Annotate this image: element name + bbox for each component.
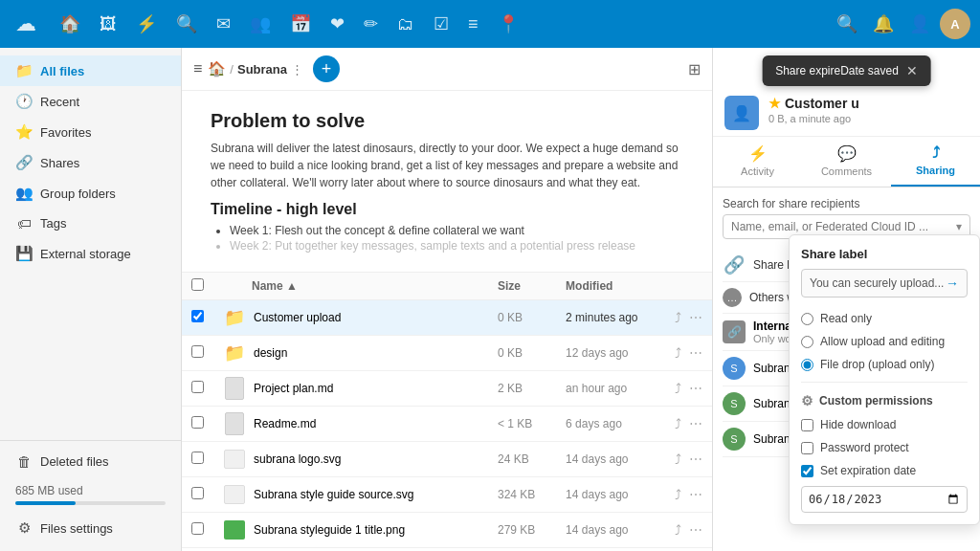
nav-home-icon[interactable]: 🏠 [54,8,86,40]
user-avatar[interactable]: A [940,9,970,39]
row-checkbox[interactable] [191,416,204,429]
row-checkbox[interactable] [191,381,204,393]
file-type-icon [223,518,246,541]
nav-mail-icon[interactable]: ✉ [211,8,236,40]
panel-star-icon[interactable]: ★ [768,96,781,111]
file-more-icon[interactable]: ⋯ [689,487,702,502]
recent-icon: 🕐 [15,93,33,110]
file-name: Subrana style guide source.svg [254,488,413,501]
user-avatar-subrana1: S [723,357,746,380]
nav-heart-icon[interactable]: ❤ [324,8,350,40]
share-link-icon: 🔗 [723,254,746,276]
share-file-icon[interactable]: ⤴ [675,522,681,538]
share-file-icon[interactable]: ⤴ [675,487,681,502]
row-checkbox[interactable] [191,310,204,322]
close-toast-button[interactable]: ✕ [906,63,918,78]
checkbox-password-protect[interactable]: Password protect [801,436,968,459]
breadcrumb-home-icon[interactable]: 🏠 [208,60,226,77]
file-row-actions: ⤴ ⋯ [675,345,702,361]
doc-list-item-faded: Week 2: Put together key messages, sampl… [230,239,683,253]
row-checkbox[interactable] [191,345,204,358]
row-name-cell: Project plan.md [213,371,488,407]
checkbox-hide-download[interactable]: Hide download [801,413,968,436]
nav-check-icon[interactable]: ☑ [428,8,455,40]
file-more-icon[interactable]: ⋯ [689,381,702,396]
read-only-radio[interactable] [801,313,813,325]
nav-activity-icon[interactable]: ⚡ [130,8,163,40]
nav-search-icon[interactable]: 🔍 [170,8,203,40]
table-row[interactable]: 📁 Customer upload 0 KB 2 minutes ago ⤴ ⋯ [182,300,712,336]
row-checkbox[interactable] [191,452,204,464]
sidebar-item-all-files[interactable]: 📁 All files [0,55,181,86]
nav-right-icons: 🔍 🔔 👤 A [831,8,970,40]
row-checkbox[interactable] [191,487,204,499]
table-row[interactable]: Readme.md < 1 KB 6 days ago ⤴ ⋯ [182,407,712,442]
radio-read-only[interactable]: Read only [801,307,968,330]
file-more-icon[interactable]: ⋯ [689,522,702,538]
sidebar-item-deleted[interactable]: 🗑 Deleted files [0,447,181,476]
view-toggle-icon[interactable]: ⊞ [688,60,701,78]
search-dropdown-arrow[interactable]: ▾ [956,220,962,233]
search-recipients-input[interactable] [731,220,956,233]
nav-contacts-icon[interactable]: 👥 [244,8,277,40]
row-date-cell: 14 days ago ⤴ Shared [556,548,712,552]
select-all-checkbox[interactable] [191,278,204,291]
sidebar-item-group-folders[interactable]: 👥 Group folders [0,178,181,209]
table-row[interactable]: Project plan.md 2 KB an hour ago ⤴ ⋯ [182,371,712,407]
sidebar-label-settings: Files settings [40,521,113,536]
file-more-icon[interactable]: ⋯ [689,452,702,467]
checkbox-set-expiration[interactable]: Set expiration date [801,459,968,482]
radio-file-drop[interactable]: File drop (upload only) [801,353,968,376]
expiration-date-input[interactable] [801,486,968,513]
custom-perms-icon: ⚙ [801,393,813,408]
table-row[interactable]: 📁 design 0 KB 12 days ago ⤴ ⋯ [182,336,712,371]
share-file-icon[interactable]: ⤴ [675,452,681,467]
nav-location-icon[interactable]: 📍 [492,8,524,40]
file-more-icon[interactable]: ⋯ [689,416,702,431]
table-row[interactable]: Subrana styleguide 2 logos.png 172 KB 14… [182,548,712,552]
label-display: You can securely upload... → [801,269,968,298]
read-only-label: Read only [820,312,872,325]
row-size-cell: < 1 KB [488,407,556,442]
header-menu-icon[interactable]: ≡ [193,60,202,77]
file-more-icon[interactable]: ⋯ [689,310,702,325]
sidebar-item-shares[interactable]: 🔗 Shares [0,147,181,178]
share-file-icon[interactable]: ⤴ [675,416,681,431]
sidebar-item-favorites[interactable]: ⭐ Favorites [0,117,181,147]
nav-tasks-icon[interactable]: 🗂 [391,9,420,40]
tab-sharing[interactable]: ⤴ Sharing [891,137,980,187]
nav-calendar-icon[interactable]: 📅 [284,8,317,40]
nav-files-icon[interactable]: 🖼 [94,9,122,40]
breadcrumb-share-icon[interactable]: ⋮ [291,62,303,77]
nav-search-btn[interactable]: 🔍 [831,8,863,40]
sidebar-item-external-storage[interactable]: 💾 External storage [0,238,181,269]
file-more-icon[interactable]: ⋯ [689,345,702,361]
nav-edit-icon[interactable]: ✏ [358,8,384,40]
set-expiration-checkbox[interactable] [801,465,813,477]
nav-notifications-icon[interactable]: 🔔 [867,8,900,40]
file-table: Name ▲ Size Modified 📁 Customer upload 0… [182,273,712,551]
hide-download-checkbox[interactable] [801,419,813,431]
share-file-icon[interactable]: ⤴ [675,310,681,325]
app-logo[interactable]: ☁ [10,6,42,42]
password-protect-checkbox[interactable] [801,442,813,454]
new-item-button[interactable]: + [313,55,340,82]
tab-comments[interactable]: 💬 Comments [802,137,891,187]
table-row[interactable]: subrana logo.svg 24 KB 14 days ago ⤴ ⋯ [182,442,712,477]
file-drop-radio[interactable] [801,359,813,371]
sidebar-item-settings[interactable]: ⚙ Files settings [0,513,181,543]
row-modified-date: 2 minutes ago [566,311,637,324]
row-checkbox[interactable] [191,522,204,535]
sidebar-item-tags[interactable]: 🏷 Tags [0,209,181,238]
row-date-cell: 14 days ago ⤴ ⋯ [556,442,712,477]
share-file-icon[interactable]: ⤴ [675,345,681,361]
radio-allow-upload[interactable]: Allow upload and editing [801,330,968,353]
tab-activity[interactable]: ⚡ Activity [713,137,802,187]
nav-user-profile-icon[interactable]: 👤 [903,8,936,40]
allow-upload-radio[interactable] [801,336,813,348]
table-row[interactable]: Subrana styleguide 1 title.png 279 KB 14… [182,513,712,548]
share-file-icon[interactable]: ⤴ [675,381,681,396]
sidebar-item-recent[interactable]: 🕐 Recent [0,86,181,117]
table-row[interactable]: Subrana style guide source.svg 324 KB 14… [182,477,712,513]
nav-grid-icon[interactable]: ≡ [462,9,484,40]
